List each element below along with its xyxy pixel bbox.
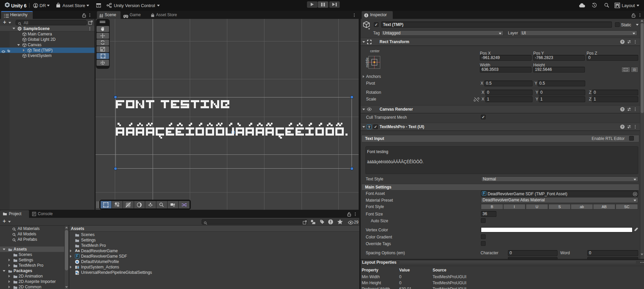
svg-text:?: ? <box>621 107 623 111</box>
svg-text:?: ? <box>621 40 623 44</box>
svg-text:?: ? <box>621 125 623 128</box>
